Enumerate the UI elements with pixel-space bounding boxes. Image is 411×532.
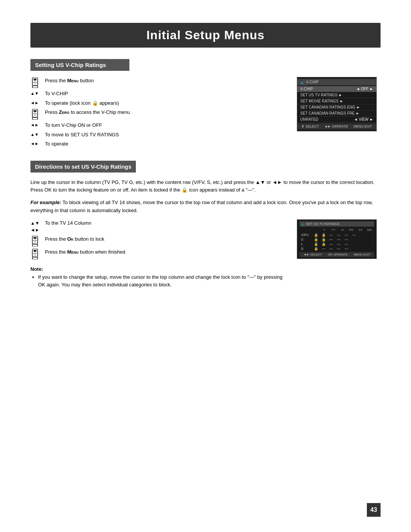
substep-1: ▲▼ ◄► To the TV 14 Column: [30, 219, 285, 233]
svg-point-30: [35, 252, 35, 252]
substep3-text: Press the Menu button when finished: [45, 248, 125, 256]
svg-rect-15: [32, 117, 38, 120]
vchip-row-5: SET CANADIAN RATINGS FRE ►: [297, 110, 376, 117]
col-14: 14: [357, 228, 363, 232]
leftright-arrow-icon-2: ◄►: [30, 122, 39, 128]
step3-text: To operate (lock icon 🔒 appears): [45, 99, 119, 107]
row-l-cells: 🔒 🔒 — — —: [313, 242, 357, 246]
ratings-footer: ◄► SELECT OK OPERATE MENU EXIT: [299, 252, 374, 257]
cell-vfv-y: 🔒: [313, 233, 319, 237]
ratings-footer-select: ◄► SELECT: [303, 253, 322, 256]
tv-icon-small: 📺: [300, 80, 304, 84]
col-y7: Y7: [330, 228, 337, 232]
vchip-row-6: UNRATED ◄ VIEW ►: [297, 117, 376, 123]
svg-point-14: [35, 112, 35, 113]
col-ma: MA: [366, 228, 373, 232]
section1-content: Press the Menu button ▲▼ To V-CHIP ◄►: [30, 77, 381, 152]
cell-l-g: —: [328, 242, 334, 246]
cell-s-14: —: [344, 238, 349, 241]
substep3-icon: [30, 249, 43, 259]
svg-point-13: [35, 115, 35, 116]
updown-arrow-icon: ▲▼: [30, 90, 39, 97]
svg-point-19: [33, 240, 34, 241]
section2-heading: Directions to set US V-Chip Ratings: [30, 161, 136, 173]
svg-rect-23: [32, 244, 38, 246]
steps-list-2: ▲▼ ◄► To the TV 14 Column: [30, 219, 285, 259]
page-number: 43: [367, 503, 381, 517]
section1-menu: 📺 V-CHIP V-CHIP ◄ OFF ► SET US TV RATING…: [297, 77, 381, 131]
svg-point-4: [36, 82, 37, 83]
vchip-row-4-label: SET CANADIAN RATINGS ENG ►: [300, 105, 360, 109]
step4-text: Press Zero to access the V-Chip menu: [45, 109, 130, 116]
remote-icon-1: [30, 77, 40, 88]
vchip-row-3: SET MOVIE RATINGS ►: [297, 98, 376, 104]
vchip-row-6-label: UNRATED: [300, 117, 319, 121]
footer-operate: ◄► OPERATE: [324, 125, 348, 128]
step7-icon: ◄►: [30, 141, 43, 147]
col-y: Y: [322, 228, 327, 232]
vchip-menu-title: 📺 V-CHIP: [297, 79, 376, 85]
vchip-row-1: V-CHIP ◄ OFF ►: [297, 86, 376, 92]
svg-point-3: [33, 82, 34, 83]
svg-point-18: [35, 240, 36, 241]
ratings-footer-operate: OK OPERATE: [328, 253, 347, 256]
substep-2: Press the Ok button to lock: [30, 235, 285, 246]
substep1-icon: ▲▼ ◄►: [30, 220, 43, 233]
vchip-row-4: SET CANADIAN RATINGS ENG ►: [297, 104, 376, 110]
section1-steps: Press the Menu button ▲▼ To V-CHIP ◄►: [30, 77, 285, 152]
cell-l-y: 🔒: [313, 242, 319, 246]
section2-ratings: 📺 SET US TV RATINGS Y Y7 G PG 14 MA: [297, 219, 381, 259]
svg-point-27: [33, 253, 34, 254]
vchip-row-2-label: SET US TV RATINGS ►: [300, 93, 342, 97]
updown-arrow-icon-2: ▲▼: [30, 131, 39, 138]
step-7: ◄► To operate: [30, 140, 285, 148]
page-title: Initial Setup Menus: [38, 28, 373, 42]
substep1-text: To the TV 14 Column: [45, 219, 91, 227]
vchip-row-6-value: ◄ VIEW ►: [354, 117, 373, 121]
ratings-menu: 📺 SET US TV RATINGS Y Y7 G PG 14 MA: [297, 219, 377, 259]
ratings-header: Y Y7 G PG 14 MA: [299, 228, 374, 232]
substep2-text: Press the Ok button to lock: [45, 235, 104, 243]
page-container: Initial Setup Menus Setting US V-Chip Ra…: [0, 0, 411, 532]
section1: Setting US V-Chip Ratings: [30, 59, 381, 152]
cell-d-pg: —: [336, 247, 341, 251]
step-3: ◄► To operate (lock icon 🔒 appears): [30, 99, 285, 107]
steps-list-1: Press the Menu button ▲▼ To V-CHIP ◄►: [30, 77, 285, 148]
vchip-row-1-value: ◄ OFF ►: [356, 87, 373, 91]
cell-vfv-g: —: [328, 233, 334, 237]
svg-rect-25: [33, 250, 37, 252]
example-label: For example:: [30, 200, 61, 205]
note-section: Note: If you want to change the setup, m…: [30, 266, 285, 289]
step3-icon: ◄►: [30, 100, 43, 106]
svg-point-11: [33, 113, 34, 114]
svg-point-20: [36, 240, 37, 241]
step1-text: Press the Menu button: [45, 77, 94, 85]
cell-d-14: —: [344, 247, 349, 251]
footer-exit: MENU EXIT: [354, 125, 372, 128]
vchip-row-3-label: SET MOVIE RATINGS ►: [300, 99, 343, 103]
substep2-icon: [30, 236, 43, 246]
row-l-label: L: [301, 242, 312, 246]
row-vfv-label: V/FV: [301, 233, 312, 237]
cell-vfv-pg: —: [336, 233, 341, 237]
cell-d-y7: —: [321, 247, 326, 251]
svg-point-29: [35, 255, 35, 256]
svg-rect-1: [33, 78, 37, 80]
row-s-cells: 🔒 🔒 — — —: [313, 238, 357, 241]
col-g: G: [340, 228, 345, 232]
section2-content: ▲▼ ◄► To the TV 14 Column: [30, 219, 381, 289]
step6-icon: ▲▼: [30, 131, 43, 138]
section2: Directions to set US V-Chip Ratings Line…: [30, 161, 381, 289]
cell-d-y: 🔒: [313, 247, 319, 251]
ratings-menu-title: 📺 SET US TV RATINGS: [299, 221, 374, 227]
cell-l-14: —: [344, 242, 349, 246]
step-1: Press the Menu button: [30, 77, 285, 88]
note-item-1: If you want to change the setup, move th…: [38, 273, 285, 289]
footer-select: ⬆ SELECT: [301, 125, 319, 128]
vchip-menu-footer: ⬆ SELECT ◄► OPERATE MENU EXIT: [297, 123, 376, 129]
vchip-row-5-label: SET CANADIAN RATINGS FRE ►: [300, 111, 360, 115]
cell-s-pg: —: [336, 238, 341, 241]
step-5: ◄► To turn V-Chip ON or OFF: [30, 121, 285, 129]
step5-icon: ◄►: [30, 122, 43, 128]
step-2: ▲▼ To V-CHIP: [30, 90, 285, 97]
